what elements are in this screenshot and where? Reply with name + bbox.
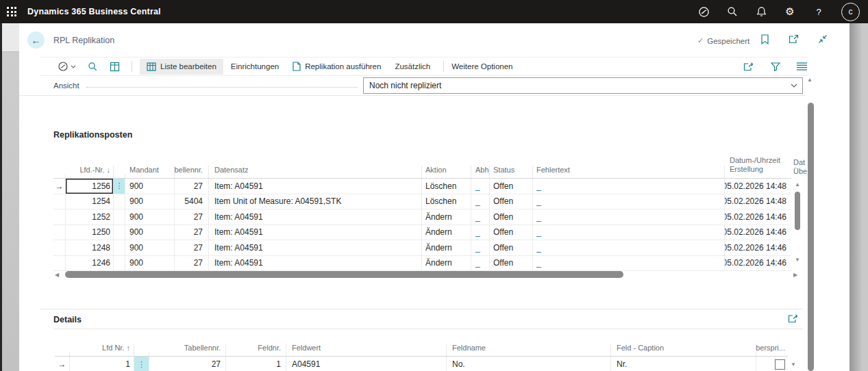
table-row[interactable]: → 1256 ⋮ 900 27 Item: A04591 Löschen _ O…: [53, 179, 791, 194]
cell-mandant[interactable]: 900: [125, 209, 175, 225]
collapse-icon[interactable]: [818, 34, 828, 44]
cell-datensatz[interactable]: Item: A04591: [209, 240, 422, 255]
cell-aktion[interactable]: Ändern: [422, 240, 471, 255]
app-launcher-icon[interactable]: [0, 0, 23, 23]
cell-fehlertext-link[interactable]: _: [533, 225, 725, 240]
details-scroll-down-icon[interactable]: ▼: [791, 362, 796, 368]
cell-abh-link[interactable]: _: [471, 240, 490, 255]
hscroll-left-icon[interactable]: ◀: [55, 272, 59, 278]
column-header-abh[interactable]: Abh...: [471, 166, 490, 178]
cell-mandant[interactable]: 900: [125, 194, 175, 209]
cell-fehlertext-link[interactable]: _: [533, 209, 725, 225]
column-header-datensatz[interactable]: Datensatz: [209, 166, 422, 178]
cell-feldname[interactable]: No.: [447, 357, 611, 371]
cell-datensatz[interactable]: Item: A04591: [209, 256, 422, 271]
cell-datum[interactable]: 05.02.2026 14:46: [725, 256, 791, 271]
cell-tabellennr[interactable]: 27: [175, 240, 209, 255]
table-row[interactable]: 1246 900 27 Item: A04591 Ändern _ Offen …: [53, 256, 791, 272]
column-header-tabellennr[interactable]: Tabellennr.: [175, 166, 209, 178]
column-header-feldname[interactable]: Feldname: [447, 344, 611, 356]
help-icon[interactable]: ?: [813, 5, 825, 18]
back-button[interactable]: ←: [27, 31, 45, 49]
column-header-mandant[interactable]: Mandant: [125, 166, 175, 178]
page-scrollbar-thumb[interactable]: [808, 103, 814, 371]
notifications-bell-icon[interactable]: [755, 5, 767, 18]
table-row[interactable]: 1254 900 5404 Item Unit of Measure: A045…: [53, 194, 791, 210]
cell-aktion[interactable]: Löschen: [422, 179, 471, 194]
cell-status[interactable]: Offen: [490, 240, 533, 255]
cell-aktion[interactable]: Ändern: [422, 256, 471, 271]
cell-datum[interactable]: 05.02.2026 14:46: [725, 240, 791, 255]
cell-datum[interactable]: 05.02.2026 14:46: [725, 209, 791, 225]
cell-datensatz[interactable]: Item: A04591: [209, 179, 422, 194]
table-row[interactable]: 1248 900 27 Item: A04591 Ändern _ Offen …: [53, 240, 791, 256]
column-header-lfdnr[interactable]: Lfd Nr. ↑: [70, 344, 134, 356]
cell-status[interactable]: Offen: [490, 256, 533, 271]
cell-tabellennr[interactable]: 27: [175, 209, 209, 225]
cell-abh-link[interactable]: _: [471, 179, 490, 194]
cell-fehlertext-link[interactable]: _: [533, 256, 725, 271]
settings-gear-icon[interactable]: ⚙: [784, 5, 796, 18]
search-list-icon[interactable]: [88, 62, 98, 72]
open-in-new-window-icon[interactable]: [789, 34, 799, 44]
cell-abh-link[interactable]: _: [471, 256, 490, 271]
view-filter-dropdown[interactable]: Noch nicht repliziert: [363, 77, 803, 94]
column-header-feldnr[interactable]: Feldnr.: [226, 344, 286, 356]
cell-tabellennr[interactable]: 27: [175, 225, 209, 240]
table-scroll-down-icon[interactable]: ▼: [795, 257, 800, 263]
cell-feldnr[interactable]: 1: [226, 357, 286, 371]
cell-datensatz[interactable]: Item Unit of Measure: A04591,STK: [209, 194, 422, 209]
cell-fehlertext-link[interactable]: _: [533, 194, 725, 209]
hscroll-right-icon[interactable]: ▶: [793, 272, 797, 278]
cell-lfdnr[interactable]: 1246: [66, 256, 114, 271]
cell-datensatz[interactable]: Item: A04591: [209, 225, 422, 240]
cell-lfdnr[interactable]: 1252: [66, 209, 114, 225]
cell-status[interactable]: Offen: [490, 225, 533, 240]
column-header-feldwert[interactable]: Feldwert: [286, 344, 447, 356]
cell-aktion[interactable]: Löschen: [422, 194, 471, 209]
cell-datum[interactable]: 05.02.2026 14:48: [725, 194, 791, 209]
column-header-fehlertext[interactable]: Fehlertext: [533, 166, 725, 178]
page-scroll-up-icon[interactable]: ▲: [807, 77, 813, 83]
cell-abh-link[interactable]: _: [471, 194, 490, 209]
cell-tabellennr[interactable]: 27: [149, 357, 226, 371]
cell-aktion[interactable]: Ändern: [422, 209, 471, 225]
cell-lfdnr[interactable]: 1256: [66, 179, 114, 194]
table-scroll-up-icon[interactable]: ▲: [795, 182, 800, 188]
additional-menu-item[interactable]: Zusätzlich: [395, 62, 430, 71]
copilot-icon[interactable]: [697, 5, 710, 18]
cell-tabellennr[interactable]: 27: [175, 179, 209, 194]
cell-lfdnr[interactable]: 1: [70, 357, 134, 371]
filter-icon[interactable]: [771, 62, 780, 71]
cell-abh-link[interactable]: _: [471, 225, 490, 240]
user-avatar[interactable]: c: [841, 3, 860, 21]
analyze-icon[interactable]: [110, 62, 120, 72]
cell-mandant[interactable]: 900: [125, 256, 175, 271]
bookmark-icon[interactable]: [760, 34, 769, 44]
cell-status[interactable]: Offen: [490, 179, 533, 194]
cell-aktion[interactable]: Ändern: [422, 225, 471, 240]
column-header-status[interactable]: Status: [490, 166, 533, 178]
table-row[interactable]: 1250 900 27 Item: A04591 Ändern _ Offen …: [53, 225, 791, 241]
details-row[interactable]: → 1 ⋮ 27 1 A04591 No. Nr.: [55, 357, 788, 371]
table-row[interactable]: 1252 900 27 Item: A04591 Ändern _ Offen …: [53, 209, 791, 225]
details-share-icon[interactable]: [788, 314, 799, 323]
cell-mandant[interactable]: 900: [125, 240, 175, 255]
column-header-feld-caption[interactable]: Feld - Caption: [611, 344, 756, 356]
cell-feldwert[interactable]: A04591: [286, 357, 447, 371]
column-header-datum[interactable]: Datum-/UhrzeitErstellung: [725, 156, 791, 178]
ueberspringen-checkbox[interactable]: [775, 359, 785, 370]
setup-menu-item[interactable]: Einrichtungen: [231, 62, 279, 71]
cell-lfdnr[interactable]: 1254: [66, 194, 114, 209]
search-icon[interactable]: [726, 5, 739, 18]
cell-tabellennr[interactable]: 27: [175, 256, 209, 271]
cell-datum[interactable]: 05.02.2026 14:46: [725, 225, 791, 240]
share-icon[interactable]: [743, 62, 754, 71]
cell-lfdnr[interactable]: 1248: [66, 240, 114, 255]
cell-feld-caption[interactable]: Nr.: [611, 357, 756, 371]
edit-list-button[interactable]: Liste bearbeiten: [140, 59, 223, 75]
copilot-menu-button[interactable]: [58, 61, 76, 72]
column-header-aktion[interactable]: Aktion: [422, 166, 471, 178]
more-options-menu-item[interactable]: Weitere Optionen: [451, 62, 512, 71]
hscrollbar-thumb[interactable]: [65, 271, 623, 278]
